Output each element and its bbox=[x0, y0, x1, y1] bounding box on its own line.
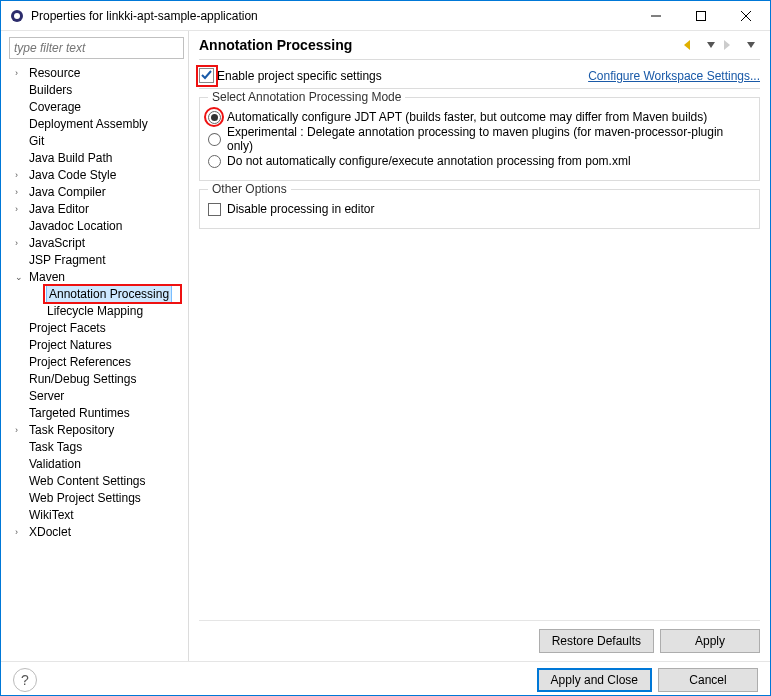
nav-forward-icon[interactable] bbox=[722, 37, 740, 53]
tree-item[interactable]: Java Build Path bbox=[7, 150, 188, 167]
cancel-button[interactable]: Cancel bbox=[658, 668, 758, 692]
mode-auto-label: Automatically configure JDT APT (builds … bbox=[227, 110, 707, 124]
nav-forward-menu-icon[interactable] bbox=[742, 37, 760, 53]
configure-workspace-link[interactable]: Configure Workspace Settings... bbox=[588, 69, 760, 83]
tree-item-label: Java Editor bbox=[29, 201, 89, 218]
group-legend: Select Annotation Processing Mode bbox=[208, 90, 405, 104]
tree-item[interactable]: Javadoc Location bbox=[7, 218, 188, 235]
tree-item[interactable]: Project References bbox=[7, 354, 188, 371]
chevron-right-icon[interactable]: › bbox=[15, 235, 25, 252]
enable-project-specific-label: Enable project specific settings bbox=[217, 69, 382, 83]
tree-item[interactable]: Project Natures bbox=[7, 337, 188, 354]
tree-item[interactable]: Builders bbox=[7, 82, 188, 99]
apply-and-close-button[interactable]: Apply and Close bbox=[537, 668, 652, 692]
chevron-right-icon[interactable]: › bbox=[15, 184, 25, 201]
svg-point-1 bbox=[14, 13, 20, 19]
apply-button[interactable]: Apply bbox=[660, 629, 760, 653]
sidebar: ›ResourceBuildersCoverageDeployment Asse… bbox=[1, 31, 189, 661]
chevron-right-icon[interactable]: › bbox=[15, 524, 25, 541]
footer: ? Apply and Close Cancel bbox=[1, 661, 770, 696]
titlebar: Properties for linkki-apt-sample-applica… bbox=[1, 1, 770, 31]
disable-editor-processing-checkbox[interactable] bbox=[208, 203, 221, 216]
tree-item-label: Targeted Runtimes bbox=[29, 405, 130, 422]
tree-item-label: Server bbox=[29, 388, 64, 405]
tree-item[interactable]: Server bbox=[7, 388, 188, 405]
app-icon bbox=[9, 8, 25, 24]
filter-input[interactable] bbox=[9, 37, 184, 59]
tree-item[interactable]: ›Java Compiler bbox=[7, 184, 188, 201]
mode-experimental-radio[interactable] bbox=[208, 133, 221, 146]
tree-item[interactable]: ›Java Code Style bbox=[7, 167, 188, 184]
chevron-right-icon[interactable]: › bbox=[15, 422, 25, 439]
tree-item[interactable]: ›JavaScript bbox=[7, 235, 188, 252]
tree-item-label: Java Build Path bbox=[29, 150, 112, 167]
tree-item-label: Maven bbox=[29, 269, 65, 286]
tree-item[interactable]: Validation bbox=[7, 456, 188, 473]
tree-item[interactable]: ⌄Maven bbox=[7, 269, 188, 286]
mode-auto-radio[interactable] bbox=[208, 111, 221, 124]
close-button[interactable] bbox=[723, 2, 768, 30]
tree-item-label: Java Code Style bbox=[29, 167, 116, 184]
tree-item[interactable]: Coverage bbox=[7, 99, 188, 116]
tree-item[interactable]: Targeted Runtimes bbox=[7, 405, 188, 422]
tree-item-label: Annotation Processing bbox=[47, 286, 171, 303]
tree-item[interactable]: Project Facets bbox=[7, 320, 188, 337]
tree-item-label: Task Tags bbox=[29, 439, 82, 456]
tree-item[interactable]: Lifecycle Mapping bbox=[7, 303, 188, 320]
tree-item-label: Javadoc Location bbox=[29, 218, 122, 235]
chevron-right-icon[interactable]: › bbox=[15, 65, 25, 82]
tree-item-label: WikiText bbox=[29, 507, 74, 524]
tree-item-label: Web Project Settings bbox=[29, 490, 141, 507]
tree-item[interactable]: Web Content Settings bbox=[7, 473, 188, 490]
nav-back-icon[interactable] bbox=[682, 37, 700, 53]
tree-item[interactable]: Annotation Processing bbox=[7, 286, 188, 303]
tree-item[interactable]: Git bbox=[7, 133, 188, 150]
group-legend: Other Options bbox=[208, 182, 291, 196]
tree-item-label: Task Repository bbox=[29, 422, 114, 439]
chevron-right-icon[interactable]: › bbox=[15, 201, 25, 218]
tree-item-label: XDoclet bbox=[29, 524, 71, 541]
tree-item-label: Web Content Settings bbox=[29, 473, 146, 490]
mode-none-radio[interactable] bbox=[208, 155, 221, 168]
window-title: Properties for linkki-apt-sample-applica… bbox=[31, 9, 633, 23]
other-options-group: Other Options Disable processing in edit… bbox=[199, 189, 760, 229]
tree-item-label: JavaScript bbox=[29, 235, 85, 252]
tree-item[interactable]: Task Tags bbox=[7, 439, 188, 456]
disable-editor-processing-label: Disable processing in editor bbox=[227, 202, 374, 216]
mode-none-label: Do not automatically configure/execute a… bbox=[227, 154, 631, 168]
property-tree[interactable]: ›ResourceBuildersCoverageDeployment Asse… bbox=[7, 65, 188, 541]
svg-rect-3 bbox=[696, 11, 705, 20]
page-title: Annotation Processing bbox=[199, 37, 680, 53]
tree-item-label: Coverage bbox=[29, 99, 81, 116]
tree-item-label: JSP Fragment bbox=[29, 252, 105, 269]
tree-item-label: Lifecycle Mapping bbox=[47, 303, 143, 320]
chevron-down-icon[interactable]: ⌄ bbox=[15, 269, 25, 286]
help-icon[interactable]: ? bbox=[13, 668, 37, 692]
content-pane: Annotation Processing Enable project spe… bbox=[189, 31, 770, 661]
processing-mode-group: Select Annotation Processing Mode Automa… bbox=[199, 97, 760, 181]
tree-item-label: Project Facets bbox=[29, 320, 106, 337]
tree-item-label: Builders bbox=[29, 82, 72, 99]
tree-item-label: Resource bbox=[29, 65, 80, 82]
tree-item-label: Project References bbox=[29, 354, 131, 371]
tree-item-label: Deployment Assembly bbox=[29, 116, 148, 133]
enable-project-specific-checkbox[interactable] bbox=[199, 68, 214, 83]
minimize-button[interactable] bbox=[633, 2, 678, 30]
tree-item[interactable]: JSP Fragment bbox=[7, 252, 188, 269]
maximize-button[interactable] bbox=[678, 2, 723, 30]
tree-item[interactable]: WikiText bbox=[7, 507, 188, 524]
tree-item-label: Project Natures bbox=[29, 337, 112, 354]
tree-item[interactable]: Run/Debug Settings bbox=[7, 371, 188, 388]
chevron-right-icon[interactable]: › bbox=[15, 167, 25, 184]
nav-back-menu-icon[interactable] bbox=[702, 37, 720, 53]
tree-item-label: Validation bbox=[29, 456, 81, 473]
tree-item[interactable]: ›Resource bbox=[7, 65, 188, 82]
tree-item[interactable]: Web Project Settings bbox=[7, 490, 188, 507]
tree-item[interactable]: ›XDoclet bbox=[7, 524, 188, 541]
tree-item[interactable]: Deployment Assembly bbox=[7, 116, 188, 133]
tree-item[interactable]: ›Java Editor bbox=[7, 201, 188, 218]
mode-experimental-label: Experimental : Delegate annotation proce… bbox=[227, 125, 751, 153]
restore-defaults-button[interactable]: Restore Defaults bbox=[539, 629, 654, 653]
tree-item-label: Git bbox=[29, 133, 44, 150]
tree-item[interactable]: ›Task Repository bbox=[7, 422, 188, 439]
